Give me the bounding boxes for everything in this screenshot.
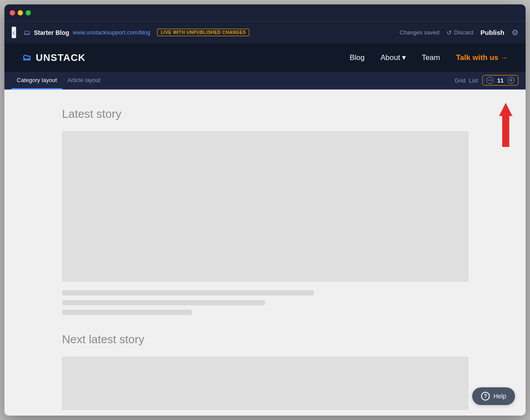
nav-talk[interactable]: Talk with us → (456, 53, 508, 62)
content-area: Latest story Next latest story ? Help (4, 90, 526, 416)
tab-category-layout[interactable]: Category layout (11, 72, 62, 90)
maximize-button[interactable] (26, 10, 31, 15)
nav-about[interactable]: About ▾ (380, 53, 406, 62)
preview-navbar: 🗂 UNSTACK Blog About ▾ Team Talk with us… (4, 43, 526, 72)
text-line-3 (62, 310, 192, 315)
text-line-1 (62, 290, 314, 296)
close-button[interactable] (10, 10, 15, 15)
subtoolbar-right: Grid List − 11 + (455, 75, 519, 86)
stack-logo-icon: 🗂 (23, 29, 30, 37)
nav-team[interactable]: Team (422, 53, 440, 62)
topbar: ‹ 🗂 Starter Blog www.unstacksupport.com/… (4, 21, 526, 43)
text-line-2 (62, 300, 265, 305)
brand-info: 🗂 Starter Blog www.unstacksupport.com/bl… (23, 29, 250, 37)
counter-value: 11 (496, 77, 505, 84)
brand-url: www.unstacksupport.com/blog (73, 29, 150, 36)
next-story-title: Next latest story (62, 333, 468, 346)
logo-text: UNSTACK (36, 52, 86, 64)
help-icon: ? (481, 392, 490, 401)
back-button[interactable]: ‹ (11, 26, 16, 38)
next-story-image (62, 357, 468, 410)
brand-name: Starter Blog (34, 29, 69, 36)
titlebar (4, 4, 526, 21)
chevron-down-icon: ▾ (402, 53, 406, 62)
minimize-button[interactable] (18, 10, 23, 15)
layout-tabs: Category layout Article layout (11, 72, 105, 89)
latest-story-section: Latest story (62, 107, 468, 315)
counter-decrement-button[interactable]: − (486, 77, 493, 84)
content-inner: Latest story Next latest story (53, 90, 477, 416)
logo-stack-icon: 🗂 (22, 52, 31, 63)
traffic-lights (10, 10, 31, 15)
undo-icon: ↺ (447, 29, 452, 36)
back-icon: ‹ (12, 27, 15, 37)
arrow-body (502, 116, 509, 147)
discard-button[interactable]: ↺ Discard (447, 29, 474, 36)
publish-button[interactable]: Publish (481, 29, 504, 36)
changes-saved-label: Changes saved (399, 29, 439, 36)
help-label: Help (493, 393, 506, 400)
latest-story-title: Latest story (62, 107, 468, 121)
view-toggle: Grid List (455, 77, 478, 84)
red-arrow-annotation (499, 103, 512, 147)
tab-article-layout[interactable]: Article layout (62, 72, 105, 90)
live-badge: LIVE WITH UNPUBLISHED CHANGES (157, 29, 249, 36)
latest-story-image (62, 131, 468, 281)
discard-label: Discard (454, 29, 474, 36)
counter-increment-button[interactable]: + (507, 77, 515, 84)
list-view-button[interactable]: List (469, 77, 478, 84)
nav-links: Blog About ▾ Team Talk with us → (350, 53, 508, 62)
counter-control: − 11 + (482, 75, 519, 86)
help-button[interactable]: ? Help (472, 387, 515, 405)
grid-view-button[interactable]: Grid (455, 77, 466, 84)
site-logo: 🗂 UNSTACK (22, 52, 86, 64)
arrow-head (499, 103, 512, 116)
nav-blog[interactable]: Blog (350, 53, 365, 62)
settings-icon[interactable]: ⚙ (511, 28, 519, 38)
next-story-section: Next latest story (62, 333, 468, 410)
subtoolbar: Category layout Article layout Grid List… (4, 72, 526, 90)
topbar-actions: Changes saved ↺ Discard Publish ⚙ (399, 28, 519, 38)
